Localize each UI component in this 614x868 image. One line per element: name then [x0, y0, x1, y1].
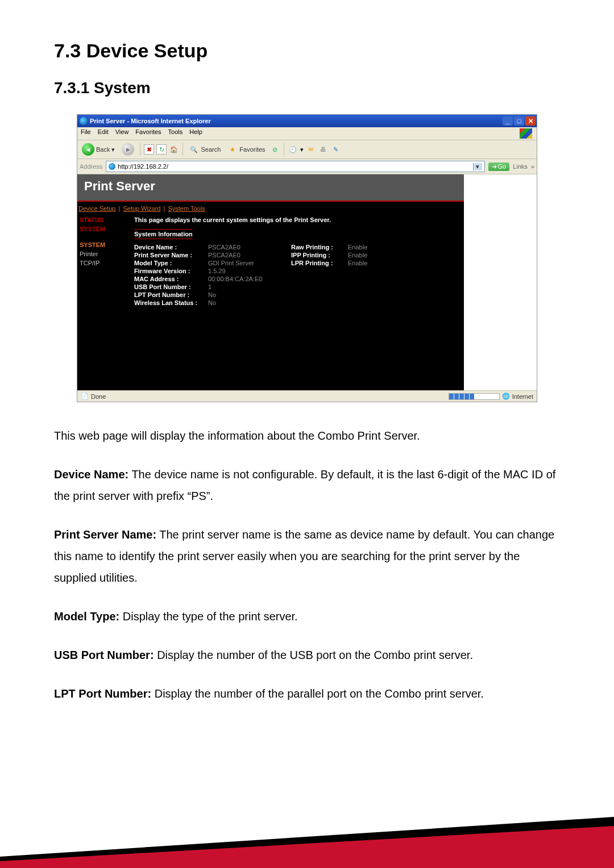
side-nav-system[interactable]: SYSTEM	[80, 241, 128, 248]
row-print-server-name: Print Server Name :PSCA2AE0	[134, 252, 276, 258]
row-usb-port-number: USB Port Number :1	[134, 283, 276, 290]
menu-file[interactable]: File	[81, 128, 91, 139]
back-dropdown-icon[interactable]: ▾	[111, 146, 115, 153]
address-label: Address	[80, 163, 102, 170]
window-title: Print Server - Microsoft Internet Explor…	[90, 118, 211, 124]
paragraph-device-name: Device Name: The device name is not conf…	[54, 464, 560, 507]
browser-viewport: Print Server Device Setup | Setup Wizard…	[77, 174, 537, 390]
go-arrow-icon: ➜	[492, 163, 497, 170]
system-info-heading: System Information	[134, 229, 193, 239]
toolbar: ◄ Back ▾ ► ✖ ↻ 🏠 🔍 Search ★ Favorites ⊘ …	[77, 140, 537, 159]
system-info-table: Device Name :PSCA2AE0 Print Server Name …	[134, 244, 459, 306]
nav-setup-wizard[interactable]: Setup Wizard	[123, 205, 160, 212]
print-button[interactable]: 🖶	[318, 144, 329, 155]
label-usb-port-doc: USB Port Number:	[54, 649, 154, 661]
menu-view[interactable]: View	[115, 128, 129, 139]
viewport-whitespace	[464, 174, 537, 390]
svg-marker-1	[0, 826, 614, 868]
value-firmware-version: 1.5.29	[208, 268, 276, 274]
toolbar-separator	[182, 143, 183, 156]
label-lpr-printing: LPR Printing :	[291, 260, 348, 266]
value-usb-port-number: 1	[208, 283, 276, 290]
ie-throbber-icon	[520, 128, 532, 139]
row-ipp-printing: IPP Printing :Enable	[291, 252, 367, 258]
text-lpt-port-doc: Display the number of the parallel port …	[151, 687, 484, 700]
ie-window: Print Server - Microsoft Internet Explor…	[77, 114, 537, 402]
search-icon: 🔍	[189, 144, 199, 155]
go-label: Go	[498, 163, 507, 170]
label-wireless-lan-status: Wireless Lan Status :	[134, 299, 208, 306]
history-button[interactable]: 🕘	[288, 144, 298, 155]
label-lpt-port-number: LPT Port Number :	[134, 291, 208, 298]
progress-bar	[449, 393, 500, 400]
mail-button[interactable]: ✉	[306, 144, 316, 155]
window-maximize-button[interactable]: □	[514, 116, 524, 126]
refresh-button[interactable]: ↻	[156, 144, 167, 155]
side-nav-printer[interactable]: Printer	[80, 251, 128, 257]
window-minimize-button[interactable]: _	[503, 116, 513, 126]
back-label: Back	[96, 146, 110, 153]
row-lpt-port-number: LPT Port Number :No	[134, 291, 276, 298]
value-device-name: PSCA2AE0	[208, 244, 276, 251]
footer-decoration	[0, 817, 614, 868]
favorites-label: Favorites	[239, 146, 265, 153]
home-button[interactable]: 🏠	[169, 144, 179, 155]
history-dropdown-icon[interactable]: ▾	[300, 146, 304, 153]
label-raw-printing: Raw Printing :	[291, 244, 348, 251]
stop-button[interactable]: ✖	[144, 144, 154, 155]
favorites-button[interactable]: ★ Favorites	[225, 143, 267, 156]
links-label[interactable]: Links	[513, 163, 528, 170]
side-nav-status[interactable]: STATUS	[80, 216, 128, 223]
edit-button[interactable]: ✎	[331, 144, 341, 155]
menu-favorites[interactable]: Favorites	[135, 128, 161, 139]
address-input[interactable]: http://192.168.2.2/ ▾	[106, 161, 484, 172]
go-button[interactable]: ➜ Go	[488, 162, 510, 171]
text-device-name-doc: The device name is not configurable. By …	[54, 468, 555, 502]
links-chevron-icon[interactable]: »	[531, 163, 534, 170]
nav-device-setup[interactable]: Device Setup	[78, 205, 115, 212]
toolbar-separator	[284, 143, 284, 156]
row-mac-address: MAC Address :00:00:B4:CA:2A:E0	[134, 276, 276, 282]
value-mac-address: 00:00:B4:CA:2A:E0	[208, 276, 276, 282]
label-model-type: Model Type :	[134, 260, 208, 266]
value-raw-printing: Enable	[348, 244, 367, 251]
document-body: This web page will display the informati…	[54, 425, 560, 704]
forward-button[interactable]: ►	[119, 142, 136, 157]
row-device-name: Device Name :PSCA2AE0	[134, 244, 276, 251]
search-label: Search	[201, 146, 221, 153]
row-lpr-printing: LPR Printing :Enable	[291, 260, 367, 266]
nav-system-tools[interactable]: System Tools	[168, 205, 205, 212]
address-dropdown-icon[interactable]: ▾	[473, 163, 482, 170]
value-model-type: GDI Print Server	[208, 260, 276, 266]
menu-tools[interactable]: Tools	[168, 128, 183, 139]
status-bar: 📄 Done 🌐 Internet	[77, 390, 537, 402]
window-close-button[interactable]: ✕	[525, 116, 536, 126]
status-zone: Internet	[512, 393, 533, 400]
value-print-server-name: PSCA2AE0	[208, 252, 276, 258]
section-heading: 7.3 Device Setup	[54, 40, 560, 62]
info-right-column: Raw Printing :Enable IPP Printing :Enabl…	[291, 244, 367, 306]
back-button[interactable]: ◄ Back ▾	[80, 142, 117, 157]
label-print-server-name: Print Server Name :	[134, 252, 208, 258]
row-wireless-lan-status: Wireless Lan Status :No	[134, 299, 276, 306]
side-nav-tcpip[interactable]: TCP/IP	[80, 260, 128, 266]
value-ipp-printing: Enable	[348, 252, 367, 258]
nav-separator: |	[164, 205, 165, 212]
print-server-banner: Print Server	[77, 174, 464, 201]
menu-edit[interactable]: Edit	[98, 128, 109, 139]
text-model-type-doc: Display the type of the print server.	[119, 610, 298, 623]
print-server-title: Print Server	[84, 179, 155, 196]
text-usb-port-doc: Display the number of the USB port on th…	[154, 649, 473, 661]
toolbar-separator	[140, 143, 140, 156]
value-lpr-printing: Enable	[348, 260, 367, 266]
media-button[interactable]: ⊘	[270, 144, 280, 155]
page-icon	[109, 163, 115, 170]
ie-logo-icon	[80, 117, 88, 125]
window-titlebar: Print Server - Microsoft Internet Explor…	[77, 115, 537, 127]
forward-arrow-icon: ►	[122, 143, 134, 156]
address-url: http://192.168.2.2/	[118, 163, 470, 170]
info-left-column: Device Name :PSCA2AE0 Print Server Name …	[134, 244, 276, 306]
menu-help[interactable]: Help	[189, 128, 202, 139]
label-device-name-doc: Device Name:	[54, 468, 128, 481]
search-button[interactable]: 🔍 Search	[186, 143, 223, 156]
